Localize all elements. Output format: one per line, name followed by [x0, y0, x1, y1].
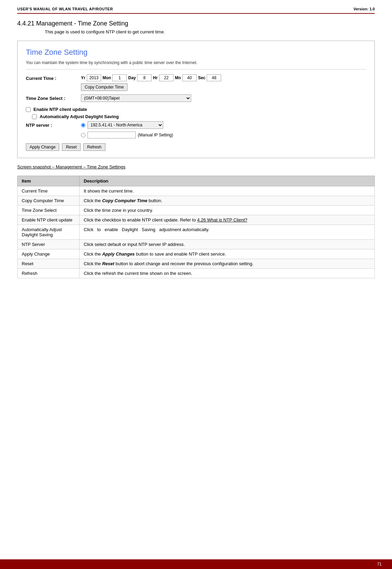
- table-row: Automatically Adjust Daylight Saving Cli…: [18, 225, 375, 240]
- refresh-button[interactable]: Refresh: [83, 143, 105, 151]
- table-row: Time Zone Select Click the time zone in …: [18, 206, 375, 215]
- apply-change-button[interactable]: Apply Change: [26, 143, 59, 151]
- ntp-server-row: NTP server : 192.5.41.41 - North America…: [26, 121, 366, 138]
- current-time-controls: Yr Mon Day Hr Mn Sec Copy Computer Time: [81, 74, 221, 91]
- bold-italic-text: Apply Changes: [102, 251, 135, 257]
- yr-label: Yr: [81, 75, 85, 80]
- desc-cell: Click select default or input NTP server…: [80, 240, 375, 249]
- desc-cell: Click to enable Daylight Saving adjustme…: [80, 225, 375, 240]
- item-cell: Reset: [18, 259, 80, 269]
- desc-cell: Click the Reset button to abort change a…: [80, 259, 375, 269]
- enable-ntp-label: Enable NTP client update: [33, 107, 87, 112]
- day-input[interactable]: [137, 74, 152, 81]
- sec-label: Sec: [198, 75, 205, 80]
- ntp-client-link[interactable]: 4.26 What is NTP Client?: [197, 217, 247, 223]
- desc-cell: Click the Apply Changes button to save a…: [80, 249, 375, 259]
- table-row: Current Time It shows the current time.: [18, 186, 375, 196]
- sec-input[interactable]: [207, 74, 221, 81]
- desc-cell: Click the refresh the current time shown…: [80, 269, 375, 278]
- description-table: Item Description Current Time It shows t…: [17, 176, 375, 278]
- table-row: Apply Change Click the Apply Changes but…: [18, 249, 375, 259]
- item-cell: Copy Computer Time: [18, 196, 80, 206]
- time-zone-panel: Time Zone Setting You can maintain the s…: [17, 41, 375, 158]
- item-cell: Enable NTP client update: [18, 215, 80, 225]
- manual-title: USER'S MANUAL OF WLAN TRAVEL AP/ROUTER: [17, 7, 113, 11]
- timezone-select[interactable]: (GMT+08:00)Taipei (GMT+00:00)UTC (GMT-05…: [81, 94, 191, 102]
- ntp-default-option-row: 192.5.41.41 - North America: [81, 121, 173, 129]
- auto-adjust-checkbox[interactable]: [32, 114, 37, 119]
- desc-cell: It shows the current time.: [80, 186, 375, 196]
- panel-title: Time Zone Setting: [26, 48, 366, 57]
- panel-desc: You can maintain the system time by sync…: [26, 60, 366, 70]
- page-number: 71: [377, 562, 382, 567]
- manual-ip-label: (Manual IP Setting): [138, 133, 173, 137]
- ntp-manual-radio[interactable]: [81, 133, 85, 137]
- table-row: NTP Server Click select default or input…: [18, 240, 375, 249]
- hr-input[interactable]: [159, 74, 174, 81]
- ntp-server-label: NTP server :: [26, 121, 81, 128]
- enable-ntp-checkbox[interactable]: [26, 107, 31, 112]
- desc-cell: Click the time zone in your country.: [80, 206, 375, 215]
- item-cell: Refresh: [18, 269, 80, 278]
- timezone-select-wrapper: (GMT+08:00)Taipei (GMT+00:00)UTC (GMT-05…: [81, 94, 191, 102]
- desc-cell: Click the checkbox to enable NTP client …: [80, 215, 375, 225]
- bold-italic-text: Reset: [102, 261, 114, 266]
- item-cell: Apply Change: [18, 249, 80, 259]
- version-label: Version: 1.0: [353, 7, 375, 11]
- reset-button[interactable]: Reset: [62, 143, 80, 151]
- day-label: Day: [128, 75, 136, 80]
- current-time-row: Current Time : Yr Mon Day Hr Mn Sec: [26, 74, 366, 91]
- ntp-server-select[interactable]: 192.5.41.41 - North America: [87, 121, 163, 129]
- item-cell: Current Time: [18, 186, 80, 196]
- ntp-default-radio[interactable]: [81, 123, 85, 127]
- table-row: Copy Computer Time Click the Copy Comput…: [18, 196, 375, 206]
- yr-input[interactable]: [87, 74, 101, 81]
- section-subtext: This page is used to configure NTP clien…: [45, 29, 375, 34]
- copy-computer-time-button[interactable]: Copy Computer Time: [81, 83, 127, 91]
- auto-adjust-row: Automatically Adjust Daylight Saving: [32, 114, 366, 119]
- mn-label: Mn: [175, 75, 181, 80]
- table-row: Refresh Click the refresh the current ti…: [18, 269, 375, 278]
- top-bar: USER'S MANUAL OF WLAN TRAVEL AP/ROUTER V…: [17, 7, 375, 14]
- page-wrapper: USER'S MANUAL OF WLAN TRAVEL AP/ROUTER V…: [0, 0, 392, 569]
- item-cell: Time Zone Select: [18, 206, 80, 215]
- ntp-manual-input[interactable]: [87, 132, 136, 138]
- mon-input[interactable]: [112, 74, 127, 81]
- col-item: Item: [18, 176, 80, 186]
- time-inputs: Yr Mon Day Hr Mn Sec: [81, 74, 221, 81]
- mn-input[interactable]: [182, 74, 197, 81]
- table-row: Reset Click the Reset button to abort ch…: [18, 259, 375, 269]
- auto-adjust-label: Automatically Adjust Daylight Saving: [40, 114, 119, 119]
- item-cell: Automatically Adjust Daylight Saving: [18, 225, 80, 240]
- table-row: Enable NTP client update Click the check…: [18, 215, 375, 225]
- bold-italic-text: Copy Computer Time: [102, 198, 147, 203]
- snapshot-label: Screen snapshot – Management – Time Zone…: [17, 164, 375, 169]
- desc-cell: Click the Copy Computer Time button.: [80, 196, 375, 206]
- section-heading: 4.4.21 Management - Time Zone Setting: [17, 20, 375, 27]
- col-desc: Description: [80, 176, 375, 186]
- timezone-label: Time Zone Select :: [26, 94, 81, 101]
- ntp-manual-option-row: (Manual IP Setting): [81, 132, 173, 138]
- timezone-row: Time Zone Select : (GMT+08:00)Taipei (GM…: [26, 94, 366, 102]
- current-time-label: Current Time :: [26, 74, 81, 81]
- item-cell: NTP Server: [18, 240, 80, 249]
- ntp-server-controls: 192.5.41.41 - North America (Manual IP S…: [81, 121, 173, 138]
- hr-label: Hr: [153, 75, 157, 80]
- button-row: Apply Change Reset Refresh: [26, 143, 366, 151]
- bottom-bar: 71: [0, 559, 392, 569]
- enable-ntp-row: Enable NTP client update: [26, 107, 366, 112]
- mon-label: Mon: [103, 75, 111, 80]
